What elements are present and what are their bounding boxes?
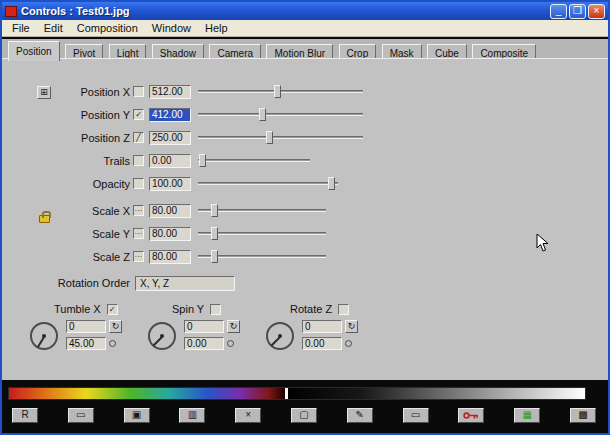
keyframe-checkbox[interactable] [133, 178, 144, 189]
rotation-dials: Tumble X ✓ 0 ↻ [2, 302, 608, 350]
param-label: Scale Y [36, 228, 130, 240]
value-field[interactable]: 80.00 [149, 250, 191, 264]
minimize-button[interactable]: _ [550, 4, 567, 19]
value-field-selected[interactable]: 412.00 [149, 108, 191, 122]
menu-composition[interactable]: Composition [70, 21, 145, 35]
dial-label: Tumble X [54, 303, 101, 315]
rotation-dial[interactable] [148, 322, 176, 350]
controls-window: Controls : Test01.jpg _ ❐ × File Edit Co… [0, 0, 610, 435]
rotation-order-label: Rotation Order [36, 277, 130, 289]
revolutions-field[interactable]: 0 [184, 320, 224, 333]
param-label: Position Z [36, 132, 130, 144]
record-icon[interactable]: R [12, 408, 38, 423]
keyframe-checkbox[interactable]: ··· [133, 251, 144, 262]
slider-handle[interactable] [211, 250, 218, 263]
dial-group-spin-y: Spin Y 0 ↻ [148, 302, 266, 350]
slider[interactable] [198, 227, 326, 240]
value-field[interactable]: 0.00 [149, 154, 191, 168]
pen-icon[interactable]: ✎ [347, 408, 373, 423]
slider[interactable] [198, 250, 326, 263]
rotation-order-select[interactable]: X, Y, Z [135, 276, 235, 291]
degree-icon [227, 340, 234, 347]
grid-icon[interactable]: ▦ [514, 408, 540, 423]
dial-group-tumble-x: Tumble X ✓ 0 ↻ [30, 302, 148, 350]
keyframe-checkbox[interactable]: ✓ [133, 109, 144, 120]
slider-handle[interactable] [274, 85, 281, 98]
slider-row-scale-y: Scale Y ··· 80.00 [2, 222, 608, 245]
value-field[interactable]: 250.00 [149, 131, 191, 145]
menu-window[interactable]: Window [145, 21, 198, 35]
keyframe-checkbox[interactable] [133, 86, 144, 97]
revolutions-field[interactable]: 0 [302, 320, 342, 333]
color-spectrum-bar[interactable] [8, 387, 586, 400]
reset-rotation-icon[interactable]: ↻ [109, 320, 122, 333]
slider[interactable] [198, 154, 310, 167]
rotation-order-row: Rotation Order X, Y, Z [2, 272, 608, 294]
degrees-field[interactable]: 45.00 [66, 337, 106, 350]
param-label: Scale Z [36, 251, 130, 263]
degrees-field[interactable]: 0.00 [302, 337, 342, 350]
gray-ramp[interactable] [288, 388, 585, 399]
tab-position[interactable]: Position [8, 41, 60, 61]
degree-icon [109, 340, 116, 347]
close-x-icon[interactable]: × [235, 408, 261, 423]
slider-row-scale-z: Scale Z ··· 80.00 [2, 245, 608, 268]
slider[interactable] [198, 177, 338, 190]
window-title: Controls : Test01.jpg [21, 5, 548, 17]
board-icon[interactable]: ▩ [570, 408, 596, 423]
slider-row-opacity: Opacity 100.00 [2, 172, 608, 195]
key-icon[interactable] [458, 408, 484, 423]
keyframe-checkbox[interactable]: ··· [133, 228, 144, 239]
lock-icon[interactable] [39, 215, 50, 223]
slider[interactable] [198, 204, 326, 217]
value-field[interactable]: 100.00 [149, 177, 191, 191]
bottom-toolbar: R ▭ ▣ ▥ × ▢ ✎ ▭ ▦ ▩ [12, 407, 596, 424]
slider-handle[interactable] [259, 108, 266, 121]
reset-rotation-icon[interactable]: ↻ [345, 320, 358, 333]
keyframe-checkbox[interactable] [210, 304, 221, 315]
revolutions-field[interactable]: 0 [66, 320, 106, 333]
columns-icon[interactable]: ▥ [179, 408, 205, 423]
slider-handle[interactable] [266, 131, 273, 144]
slider-row-position-z: Position Z ╱ 250.00 [2, 126, 608, 149]
window-icon[interactable]: ▭ [68, 408, 94, 423]
param-label: Trails [36, 155, 130, 167]
menu-edit[interactable]: Edit [37, 21, 70, 35]
menu-help[interactable]: Help [198, 21, 235, 35]
slider-handle[interactable] [199, 154, 206, 167]
slider-handle[interactable] [328, 177, 335, 190]
position-panel: ⊞ Position X 512.00 Position Y ✓ 412.00 [2, 58, 608, 380]
slider[interactable] [198, 108, 363, 121]
slider[interactable] [198, 131, 363, 144]
keyframe-checkbox[interactable] [133, 155, 144, 166]
reset-rotation-icon[interactable]: ↻ [227, 320, 240, 333]
dial-group-rotate-z: Rotate Z 0 ↻ [266, 302, 384, 350]
value-field[interactable]: 512.00 [149, 85, 191, 99]
marquee-icon[interactable]: ▢ [291, 408, 317, 423]
content-area: Position Pivot Light Shadow Camera Motio… [2, 39, 608, 380]
hue-spectrum[interactable] [9, 388, 285, 399]
slider[interactable] [198, 85, 363, 98]
slider-handle[interactable] [211, 227, 218, 240]
degree-icon [345, 340, 352, 347]
keyframe-checkbox[interactable] [338, 304, 349, 315]
filled-frame-icon[interactable]: ▣ [124, 408, 150, 423]
close-button[interactable]: × [588, 4, 605, 19]
frame-icon[interactable]: ▭ [403, 408, 429, 423]
value-field[interactable]: 80.00 [149, 227, 191, 241]
menu-file[interactable]: File [5, 21, 37, 35]
keyframe-checkbox[interactable]: ··· [133, 205, 144, 216]
app-icon [5, 6, 17, 17]
keyframe-checkbox[interactable]: ✓ [107, 304, 118, 315]
maximize-button[interactable]: ❐ [569, 4, 586, 19]
keyframe-checkbox[interactable]: ╱ [133, 132, 144, 143]
title-bar[interactable]: Controls : Test01.jpg _ ❐ × [2, 2, 608, 20]
anchor-icon[interactable]: ⊞ [37, 86, 51, 99]
menu-bar: File Edit Composition Window Help [2, 20, 608, 37]
rotation-dial[interactable] [266, 322, 294, 350]
value-field[interactable]: 80.00 [149, 204, 191, 218]
degrees-field[interactable]: 0.00 [184, 337, 224, 350]
rotation-dial[interactable] [30, 322, 58, 350]
param-label: Position Y [36, 109, 130, 121]
slider-handle[interactable] [211, 204, 218, 217]
